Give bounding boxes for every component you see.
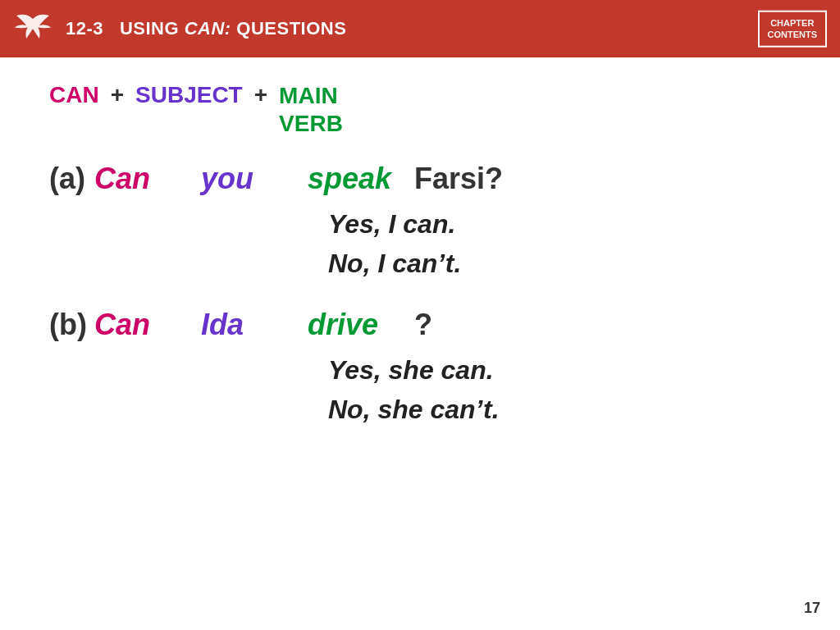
example-a-response-yes: Yes, I can. xyxy=(328,204,791,244)
example-b-verb: drive xyxy=(308,308,406,342)
header-bar: 12-3 USING CAN: QUESTIONS CHAPTER CONTEN… xyxy=(0,0,840,57)
example-a-row: (a) Can you speak Farsi? xyxy=(49,162,791,196)
formula-main-verb: MAIN VERB xyxy=(279,82,343,137)
example-b-rest: ? xyxy=(414,308,432,342)
main-content: CAN + SUBJECT + MAIN VERB (a) Can you sp… xyxy=(0,57,840,630)
example-a-block: (a) Can you speak Farsi? Yes, I can. No,… xyxy=(49,162,791,283)
header-title: 12-3 USING CAN: QUESTIONS xyxy=(66,18,346,39)
formula-can: CAN xyxy=(49,82,99,108)
example-a-can: Can xyxy=(94,162,193,196)
example-a-label: (a) xyxy=(49,162,94,196)
example-b-can: Can xyxy=(94,308,193,342)
example-a-response-no: No, I can’t. xyxy=(328,244,791,283)
formula-row: CAN + SUBJECT + MAIN VERB xyxy=(49,82,791,137)
example-b-responses: Yes, she can. No, she can’t. xyxy=(328,350,791,429)
chapter-contents-button[interactable]: CHAPTER CONTENTS xyxy=(758,11,828,48)
formula-subject: SUBJECT xyxy=(135,82,243,108)
formula-plus1: + xyxy=(111,82,124,108)
formula-plus2: + xyxy=(254,82,267,108)
example-b-block: (b) Can Ida drive ? Yes, she can. No, sh… xyxy=(49,308,791,429)
example-a-subject: you xyxy=(201,162,299,196)
bird-logo xyxy=(13,9,52,48)
example-a-verb: speak xyxy=(308,162,406,196)
example-b-response-yes: Yes, she can. xyxy=(328,350,791,390)
example-b-row: (b) Can Ida drive ? xyxy=(49,308,791,342)
example-b-label: (b) xyxy=(49,308,94,342)
example-a-responses: Yes, I can. No, I can’t. xyxy=(328,204,791,283)
example-a-rest: Farsi? xyxy=(414,162,503,196)
example-b-subject: Ida xyxy=(201,308,299,342)
page-number: 17 xyxy=(804,600,820,617)
example-b-response-no: No, she can’t. xyxy=(328,390,791,429)
